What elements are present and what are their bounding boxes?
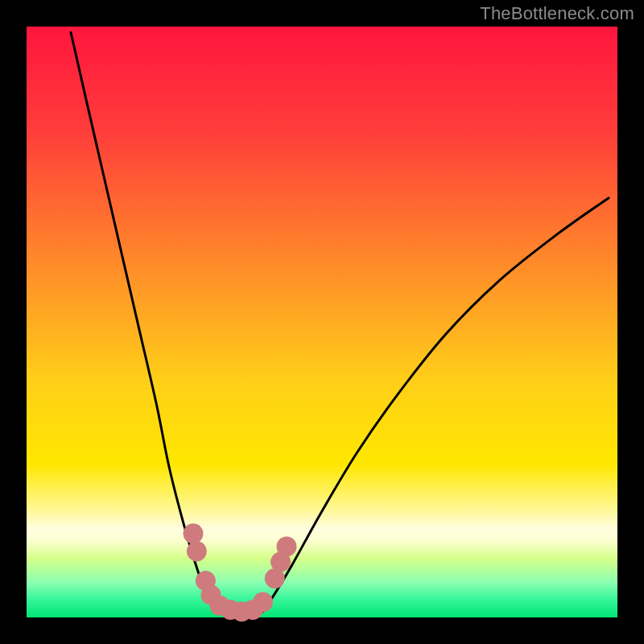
marker-dot	[184, 523, 204, 543]
plot-background	[27, 27, 617, 617]
marker-dot	[277, 536, 297, 556]
watermark-text: TheBottleneck.com	[480, 3, 634, 24]
marker-dot	[187, 541, 207, 561]
bottleneck-chart	[0, 0, 644, 644]
marker-dot	[253, 592, 273, 612]
